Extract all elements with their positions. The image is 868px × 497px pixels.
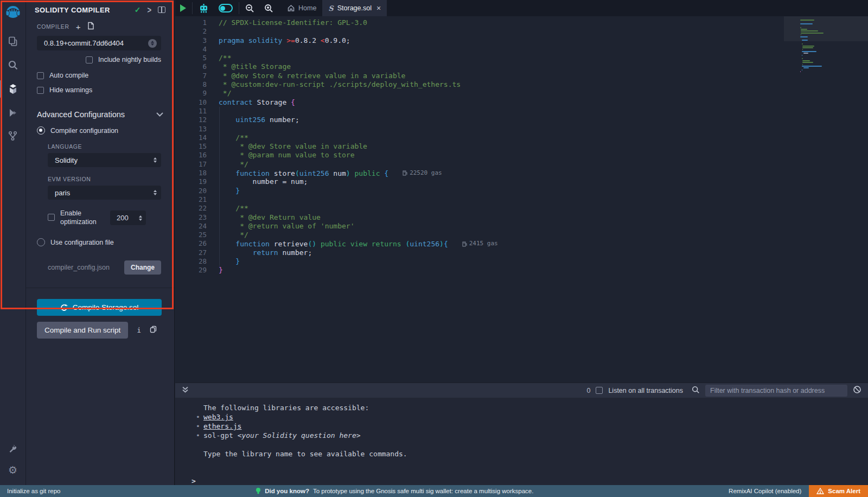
copilot-status[interactable]: RemixAI Copilot (enabled) <box>729 488 801 494</box>
solidity-file-icon: S <box>328 4 333 12</box>
ai-copilot-robot-icon[interactable] <box>194 0 214 16</box>
terminal-toolbar: 0 Listen on all transactions <box>175 383 868 398</box>
add-compiler-icon[interactable]: + <box>76 23 81 31</box>
refresh-icon <box>60 304 68 311</box>
code-line: contract Storage { <box>219 98 781 107</box>
gas-estimate-annotation: 2415 gas <box>462 239 498 248</box>
code-line: function store(uint256 num) public {2252… <box>219 169 781 177</box>
open-file-icon[interactable] <box>87 22 94 31</box>
code-line: * @dev Store & retrieve value in a varia… <box>219 72 781 80</box>
line-numbers-gutter: 1234567891011121314151617181920212223242… <box>175 18 207 275</box>
code-line: * @param num value to store <box>219 151 781 160</box>
optimization-runs-input[interactable]: 200 <box>110 211 146 225</box>
settings-gear-icon[interactable]: ⚙ <box>0 459 26 481</box>
code-line: return number; <box>219 248 781 257</box>
use-config-file-radio[interactable]: Use configuration file <box>37 238 165 246</box>
gas-pump-icon <box>462 241 467 247</box>
play-icon <box>180 4 186 12</box>
terminal-line: The following libraries are accessible: <box>192 403 868 412</box>
code-line: */ <box>219 231 781 239</box>
include-nightly-checkbox[interactable] <box>86 56 93 63</box>
code-line: // SPDX-License-Identifier: GPL-3.0 <box>219 18 781 27</box>
auto-compile-checkbox[interactable] <box>37 72 44 79</box>
solidity-compiler-icon[interactable] <box>0 78 26 100</box>
copy-icon[interactable] <box>150 326 157 335</box>
include-nightly-label: Include nightly builds <box>98 56 161 63</box>
code-editor[interactable]: 1234567891011121314151617181920212223242… <box>175 16 868 383</box>
scam-alert-button[interactable]: Scam Alert <box>809 485 868 497</box>
code-line: /** <box>219 204 781 213</box>
listen-all-transactions-checkbox[interactable] <box>596 387 603 394</box>
git-icon[interactable] <box>0 125 26 146</box>
auto-compile-label: Auto compile <box>49 72 88 79</box>
evm-version-select[interactable]: paris <box>48 186 161 200</box>
transaction-filter-input[interactable] <box>705 385 847 397</box>
terminal-line: •ethers.js <box>203 422 868 431</box>
compile-and-run-button[interactable]: Compile and Run script <box>37 322 128 339</box>
select-stepper-icon <box>154 157 157 163</box>
solidity-compiler-panel: SOLIDITY COMPILER ✓ > COMPILER + 0.8.19+… <box>26 0 175 485</box>
hide-warnings-checkbox[interactable] <box>37 87 44 94</box>
terminal-line: •sol-gpt <your Solidity question here> <box>203 431 868 440</box>
code-line: * @title Storage <box>219 62 781 71</box>
language-label: LANGUAGE <box>48 143 174 150</box>
code-line: /** <box>219 133 781 142</box>
code-line: function retrieve() public view returns … <box>219 239 781 248</box>
code-line: * @dev Return value <box>219 213 781 222</box>
terminal-prompt[interactable]: > <box>192 477 868 485</box>
code-line: pragma solidity >=0.8.2 <0.9.0; <box>219 36 781 45</box>
listen-all-transactions-label: Listen on all transactions <box>608 387 683 394</box>
compiler-version-select[interactable]: 0.8.19+commit.7dd6d404 <box>37 36 161 50</box>
code-line: */ <box>219 89 781 98</box>
plugin-manager-icon[interactable] <box>0 437 26 459</box>
terminal-line: Type the library name to see available c… <box>192 449 868 458</box>
run-script-button[interactable] <box>175 0 191 16</box>
minimap[interactable] <box>784 16 868 383</box>
close-tab-icon[interactable]: × <box>376 4 381 12</box>
file-explorer-icon[interactable] <box>0 30 26 52</box>
clear-console-icon[interactable] <box>853 385 861 396</box>
terminal-link[interactable]: web3.js <box>203 413 233 421</box>
split-view-icon[interactable] <box>158 7 165 13</box>
tab-home[interactable]: Home <box>282 0 322 16</box>
terminal-output[interactable]: The following libraries are accessible:•… <box>175 398 868 485</box>
code-line <box>219 45 781 54</box>
compiler-configuration-radio[interactable]: Compiler configuration <box>37 126 165 135</box>
tab-storage-sol[interactable]: SStorage.sol× <box>322 0 387 16</box>
home-icon <box>288 5 295 11</box>
code-line: */ <box>219 160 781 169</box>
zoom-in-button[interactable] <box>259 0 278 16</box>
remix-ide-window: ⚙ SOLIDITY COMPILER ✓ > COMPILER + 0.8.1… <box>0 0 868 497</box>
copilot-toggle[interactable] <box>214 0 238 16</box>
zoom-out-button[interactable] <box>240 0 259 16</box>
version-stepper-icon <box>148 39 157 48</box>
number-stepper-icon <box>139 215 142 221</box>
terminal-link[interactable]: ethers.js <box>203 422 241 430</box>
git-init-status[interactable]: Initialize as git repo <box>7 488 60 494</box>
code-line <box>219 27 781 36</box>
code-line <box>219 107 781 116</box>
collapse-terminal-icon[interactable] <box>182 386 189 395</box>
enable-optimization-checkbox[interactable] <box>48 214 55 221</box>
code-line: number = num; <box>219 177 781 186</box>
gas-estimate-annotation: 22520 gas <box>403 169 442 177</box>
compiler-section-label: COMPILER <box>37 23 69 30</box>
minimap-slider[interactable] <box>784 16 868 41</box>
terminal-search-icon <box>692 386 700 396</box>
deploy-run-icon[interactable] <box>0 102 26 124</box>
code-line <box>219 125 781 133</box>
panel-title: SOLIDITY COMPILER <box>35 6 135 14</box>
config-file-name: compiler_config.json <box>48 264 124 271</box>
icon-rail: ⚙ <box>0 0 26 485</box>
info-icon[interactable]: i <box>137 326 141 334</box>
language-select[interactable]: Solidity <box>48 153 161 167</box>
pin-panel-icon[interactable]: > <box>147 4 151 15</box>
remix-logo-icon[interactable] <box>0 2 26 26</box>
advanced-configurations-toggle[interactable]: Advanced Configurations <box>37 110 163 119</box>
did-you-know-title: Did you know? <box>265 488 309 494</box>
code-line: * @custom:dev-run-script ./scripts/deplo… <box>219 80 781 89</box>
search-icon[interactable] <box>0 54 26 76</box>
compile-button[interactable]: Compile Storage.sol <box>37 299 162 316</box>
change-config-button[interactable]: Change <box>124 260 161 275</box>
chevron-down-icon <box>156 112 163 117</box>
